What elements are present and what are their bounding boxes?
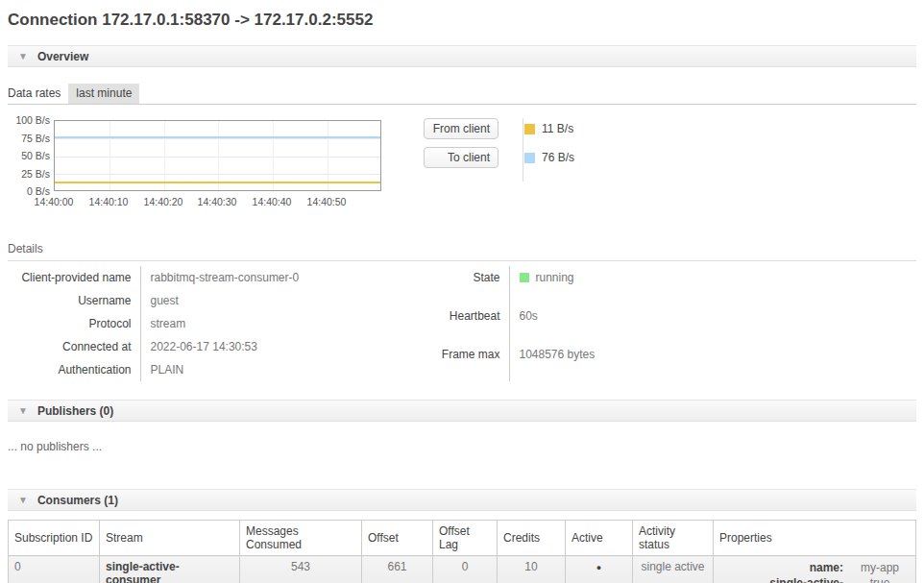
property-value: my-app bbox=[850, 560, 910, 575]
property-value: true bbox=[850, 575, 910, 583]
fact-label: Authentication bbox=[8, 358, 140, 381]
collapse-arrow-icon: ▼ bbox=[18, 406, 28, 416]
state-green-indicator bbox=[520, 273, 529, 282]
series-line-to-client bbox=[55, 136, 380, 138]
fact-label: Heartbeat bbox=[428, 304, 509, 343]
cell-offset-lag: 0 bbox=[433, 556, 498, 583]
col-header-activity-status: Activity status bbox=[633, 521, 714, 556]
collapse-arrow-icon: ▼ bbox=[18, 496, 28, 505]
x-tick-label: 14:40:50 bbox=[298, 196, 355, 207]
x-tick-label: 14:40:20 bbox=[134, 196, 192, 207]
section-title-overview: Overview bbox=[37, 50, 88, 63]
active-dot-icon: ● bbox=[596, 563, 601, 572]
gridline bbox=[109, 121, 110, 190]
from-client-swatch bbox=[524, 124, 535, 134]
fact-label: Username bbox=[8, 289, 140, 312]
cell-activity-status: single active bbox=[633, 556, 714, 583]
connection-page: Connection 172.17.0.1:58370 -> 172.17.0.… bbox=[0, 0, 924, 583]
data-rates-chart-block: 100 B/s 75 B/s 50 B/s 25 B/s 0 B/s 14:40… bbox=[8, 116, 916, 208]
cell-messages-consumed: 543 bbox=[240, 556, 362, 583]
section-title-publishers: Publishers (0) bbox=[37, 404, 113, 418]
gridline bbox=[218, 121, 219, 190]
collapse-arrow-icon: ▼ bbox=[18, 52, 28, 61]
connected-at-value: 2022-06-17 14:30:53 bbox=[140, 335, 428, 358]
gridline bbox=[328, 121, 328, 190]
gridline bbox=[164, 121, 165, 190]
state-value: running bbox=[509, 266, 701, 304]
section-title-consumers: Consumers (1) bbox=[37, 494, 118, 507]
fact-label: Protocol bbox=[8, 312, 140, 335]
to-client-swatch bbox=[524, 153, 535, 163]
series-line-from-client bbox=[55, 182, 380, 183]
property-key: name: bbox=[719, 560, 850, 575]
cell-credits: 10 bbox=[498, 556, 566, 583]
table-row: 0 single-active-consumer 543 661 0 10 ● … bbox=[9, 556, 916, 583]
consumers-table: Subscription ID Stream Messages Consumed… bbox=[8, 520, 916, 583]
cell-offset: 661 bbox=[362, 556, 433, 583]
data-rates-label: Data rates bbox=[8, 84, 64, 104]
chart-plot-area bbox=[54, 120, 381, 191]
property-row: single-active-consumer: true bbox=[719, 575, 910, 583]
col-header-messages-consumed: Messages Consumed bbox=[240, 521, 362, 556]
username-value: guest bbox=[140, 289, 428, 312]
col-header-active: Active bbox=[566, 521, 633, 556]
cell-subscription-id: 0 bbox=[9, 556, 100, 583]
legend-row-from-client: From client 11 B/s bbox=[424, 118, 574, 139]
from-client-rate: 11 B/s bbox=[542, 122, 573, 135]
y-tick-label: 25 B/s bbox=[8, 168, 50, 180]
fact-label: Connected at bbox=[8, 335, 140, 358]
section-header-consumers[interactable]: ▼ Consumers (1) bbox=[8, 489, 916, 511]
to-client-button[interactable]: To client bbox=[424, 147, 498, 168]
details-facts: Client-provided name rabbitmq-stream-con… bbox=[8, 266, 916, 381]
heartbeat-value: 60s bbox=[509, 304, 701, 343]
from-client-button[interactable]: From client bbox=[424, 118, 498, 139]
cell-properties: name: my-app single-active-consumer: tru… bbox=[714, 556, 916, 583]
y-tick-label: 100 B/s bbox=[8, 114, 50, 126]
col-header-offset-lag: Offset Lag bbox=[433, 521, 498, 556]
tab-last-minute[interactable]: last minute bbox=[68, 84, 139, 104]
data-rates-chart: 100 B/s 75 B/s 50 B/s 25 B/s 0 B/s 14:40… bbox=[8, 116, 384, 208]
fact-label: Frame max bbox=[428, 343, 509, 381]
chart-legend: From client 11 B/s To client 76 B/s bbox=[424, 116, 574, 208]
details-heading: Details bbox=[8, 242, 916, 261]
x-tick-label: 14:40:40 bbox=[243, 196, 301, 207]
section-header-overview[interactable]: ▼ Overview bbox=[8, 45, 916, 67]
y-tick-label: 50 B/s bbox=[8, 150, 50, 161]
gridline bbox=[273, 121, 274, 190]
col-header-subscription-id: Subscription ID bbox=[9, 521, 100, 556]
x-tick-label: 14:40:30 bbox=[188, 196, 246, 207]
y-tick-label: 75 B/s bbox=[8, 133, 50, 144]
client-provided-name-value: rabbitmq-stream-consumer-0 bbox=[140, 266, 428, 289]
property-key: single-active-consumer: bbox=[719, 575, 850, 583]
cell-active: ● bbox=[566, 556, 633, 583]
no-publishers-note: ... no publishers ... bbox=[8, 440, 916, 453]
data-rates-tabstrip: Data rates last minute bbox=[8, 84, 916, 105]
legend-row-to-client: To client 76 B/s bbox=[424, 147, 574, 168]
col-header-credits: Credits bbox=[498, 521, 566, 556]
x-tick-label: 14:40:00 bbox=[25, 196, 83, 207]
to-client-rate: 76 B/s bbox=[542, 151, 574, 164]
fact-label: Client-provided name bbox=[8, 266, 140, 289]
page-title: Connection 172.17.0.1:58370 -> 172.17.0.… bbox=[8, 0, 916, 30]
properties-list: name: my-app single-active-consumer: tru… bbox=[719, 560, 910, 583]
col-header-stream: Stream bbox=[100, 521, 240, 556]
legend-divider bbox=[523, 118, 523, 182]
col-header-properties: Properties bbox=[714, 521, 916, 556]
x-tick-label: 14:40:10 bbox=[80, 196, 137, 207]
authentication-value: PLAIN bbox=[140, 358, 428, 381]
table-header-row: Subscription ID Stream Messages Consumed… bbox=[9, 521, 916, 556]
section-header-publishers[interactable]: ▼ Publishers (0) bbox=[8, 400, 916, 422]
details-left-column: Client-provided name rabbitmq-stream-con… bbox=[8, 266, 428, 381]
col-header-offset: Offset bbox=[362, 521, 433, 556]
cell-stream-link[interactable]: single-active-consumer bbox=[100, 556, 240, 583]
protocol-value: stream bbox=[140, 312, 428, 335]
frame-max-value: 1048576 bytes bbox=[509, 343, 701, 381]
fact-label: State bbox=[428, 266, 509, 304]
state-text: running bbox=[536, 271, 574, 284]
property-row: name: my-app bbox=[719, 560, 910, 575]
details-right-column: State running Heartbeat 60s Frame max 10… bbox=[428, 266, 701, 381]
